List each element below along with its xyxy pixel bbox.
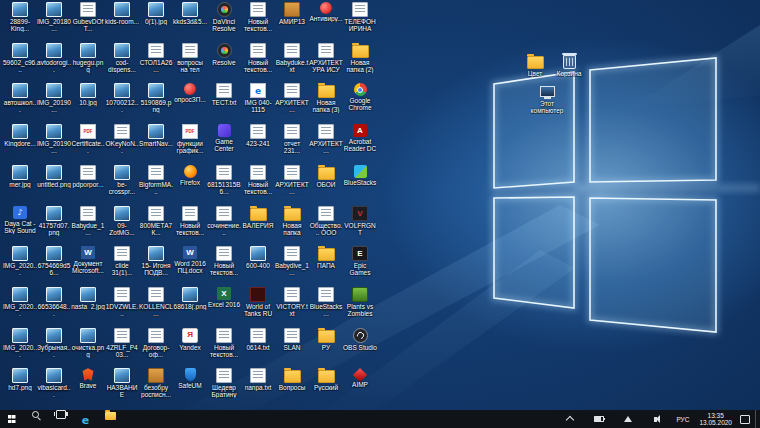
- start-button[interactable]: [0, 410, 23, 428]
- desktop-icon[interactable]: СТОЛ1А26...: [139, 43, 173, 73]
- desktop-icon[interactable]: 0614.txt: [241, 328, 275, 351]
- desktop-icon[interactable]: VICTORY.txt: [275, 287, 309, 317]
- desktop-icon[interactable]: АРХИТЕКТ... РОССИИ 4: [275, 83, 309, 113]
- desktop-icon[interactable]: Русский: [309, 368, 343, 391]
- desktop-icon[interactable]: SmartNav...: [139, 124, 173, 147]
- desktop-icon[interactable]: Общество... ООО НПТ...: [309, 206, 343, 236]
- desktop-icon[interactable]: OBS Studio: [343, 328, 377, 351]
- desktop-icon[interactable]: АРХИТЕКТ... ОБЛАСТИ: [309, 124, 343, 154]
- wifi-button[interactable]: [615, 410, 640, 428]
- desktop-icon[interactable]: World of Tanks RU: [241, 287, 275, 317]
- desktop-icon[interactable]: Новая папка (2): [343, 43, 377, 73]
- desktop-icon[interactable]: Новый текстов...: [173, 206, 207, 236]
- desktop-icon[interactable]: untitled.png: [37, 165, 71, 188]
- desktop-icon[interactable]: Daya Cat - Sky Sound 3: [3, 206, 37, 234]
- desktop-icon[interactable]: отчет 231...: [275, 124, 309, 154]
- desktop-icon[interactable]: 5190869.png: [139, 83, 173, 113]
- desktop-icon[interactable]: Новый текстов...: [207, 328, 241, 358]
- desktop-icon[interactable]: АРХИТЕКТУРА ИСУ ОБЛ...: [309, 43, 343, 73]
- desktop-icon[interactable]: hugegu.png: [71, 43, 105, 73]
- desktop-icon[interactable]: clide 31(1)...: [105, 246, 139, 276]
- desktop-icon[interactable]: Документ Microsoft...: [71, 246, 105, 274]
- desktop-icon[interactable]: Babyduke.txt: [275, 43, 309, 73]
- desktop-icon[interactable]: 28899-King...: [3, 2, 37, 32]
- desktop-icon[interactable]: Brave: [71, 368, 105, 389]
- desktop-icon[interactable]: Excel 2016: [207, 287, 241, 308]
- chevron-up-button[interactable]: [557, 410, 582, 428]
- desktop-icon[interactable]: АМИР13: [275, 2, 309, 25]
- show-desktop-button[interactable]: [755, 410, 760, 428]
- desktop-icon[interactable]: DaVinci Resolve Pro...: [207, 2, 241, 32]
- desktop-icon[interactable]: VOLFRGNT: [343, 206, 377, 236]
- desktop-icon[interactable]: 59602_c96...: [3, 43, 37, 73]
- desktop-icon[interactable]: mer.jpg: [3, 165, 37, 188]
- desktop-icon[interactable]: IMG_20190...: [37, 124, 71, 154]
- desktop-icon[interactable]: IMG_20180...: [37, 2, 71, 32]
- desktop-icon[interactable]: IMG_20190...: [37, 83, 71, 113]
- desktop-icon[interactable]: vibasicard...: [37, 368, 71, 398]
- desktop-icon[interactable]: Babydue_1...: [71, 206, 105, 236]
- desktop-icon[interactable]: Цвет: [518, 54, 552, 77]
- desktop-icon[interactable]: hd7.png: [3, 368, 37, 391]
- desktop-icon[interactable]: 68618(.png: [173, 287, 207, 310]
- desktop-icon[interactable]: 09-ZotMG...: [105, 206, 139, 236]
- desktop-icon[interactable]: 10700212...: [105, 83, 139, 113]
- desktop-icon[interactable]: Game Center: [207, 124, 241, 152]
- desktop-icon[interactable]: pdporpor...: [71, 165, 105, 188]
- desktop-icon[interactable]: ПАПА: [309, 246, 343, 269]
- desktop-icon[interactable]: IMG 040-1115: [241, 83, 275, 113]
- desktop-icon[interactable]: SLAN: [275, 328, 309, 351]
- desktop-icon[interactable]: 15- Игоня ПОДВ...: [139, 246, 173, 276]
- desktop-icon[interactable]: опросЗП...: [173, 83, 207, 103]
- desktop-icon[interactable]: OKeyNoN...: [105, 124, 139, 154]
- desktop-icon[interactable]: AIMP: [343, 368, 377, 388]
- desktop-icon[interactable]: 0(1).jpg: [139, 2, 173, 25]
- desktop-icon[interactable]: очистка.png: [71, 328, 105, 358]
- desktop-icon[interactable]: IMG_2020...: [3, 246, 37, 276]
- desktop-icon[interactable]: РУ: [309, 328, 343, 351]
- desktop-icon[interactable]: ОБОИ: [309, 165, 343, 188]
- desktop-icon[interactable]: GubevDOfT...: [71, 2, 105, 32]
- desktop-icon[interactable]: 6754669d56...: [37, 246, 71, 276]
- desktop-icon[interactable]: Epic Games Launcher: [343, 246, 377, 276]
- desktop-icon[interactable]: SafeUM: [173, 368, 207, 389]
- desktop-icon[interactable]: be-crosspr...: [105, 165, 139, 195]
- desktop-icon[interactable]: avtodorogi...: [37, 43, 71, 73]
- desktop-icon[interactable]: ТЕЛЕФОН ИРИНА: [343, 2, 377, 32]
- desktop-icon[interactable]: Новый текстов...: [241, 2, 275, 32]
- desktop-icon[interactable]: Certificate...: [71, 124, 105, 154]
- desktop-icon[interactable]: Шедевр Братину: [207, 368, 241, 398]
- desktop-icon[interactable]: автошкол...: [3, 83, 37, 113]
- desktop-icon[interactable]: Yandex: [173, 328, 207, 351]
- desktop-icon[interactable]: Новая папка: [275, 206, 309, 236]
- desktop-icon[interactable]: 10.jpg: [71, 83, 105, 106]
- desktop-icon[interactable]: Word 2016 ПЦ.docx: [173, 246, 207, 274]
- desktop-icon[interactable]: 4ZRLF_P403...: [105, 328, 139, 358]
- desktop-icon[interactable]: Вопросы: [275, 368, 309, 391]
- desktop-icon[interactable]: Новая папка (3): [309, 83, 343, 113]
- desktop-icon[interactable]: BlueStacks: [343, 165, 377, 186]
- desktop-icon[interactable]: 600-400: [241, 246, 275, 269]
- battery-button[interactable]: [586, 410, 611, 428]
- clock[interactable]: 13:35 13.05.2020: [696, 412, 735, 427]
- desktop-icon[interactable]: Договор-оф...: [139, 328, 173, 358]
- language-indicator[interactable]: РУС: [673, 416, 692, 423]
- desktop-icon[interactable]: Babydive_1...: [275, 246, 309, 276]
- desktop-icon[interactable]: Новый текстов...: [207, 246, 241, 276]
- desktop-icon[interactable]: Firefox: [173, 165, 207, 186]
- desktop-icon[interactable]: сочинение...: [207, 206, 241, 236]
- desktop-icon[interactable]: IMG_2020...: [3, 328, 37, 358]
- desktop-icon[interactable]: BigformMA...: [139, 165, 173, 195]
- desktop-icon[interactable]: вопросы на тел джин: [173, 43, 207, 73]
- desktop-icon[interactable]: Этот компьютер: [530, 86, 564, 114]
- desktop-icon[interactable]: cod-dispens...: [105, 43, 139, 73]
- search-button[interactable]: [23, 410, 48, 420]
- desktop-icon[interactable]: Resolve: [207, 43, 241, 66]
- desktop-icon[interactable]: nanpa.txt: [241, 368, 275, 391]
- desktop-icon[interactable]: функции график...: [173, 124, 207, 154]
- desktop-icon[interactable]: Новый текстов...: [241, 43, 275, 73]
- desktop-icon[interactable]: АРХИТЕКТ... НОВГОРОД: [275, 165, 309, 195]
- desktop-icon[interactable]: 66536648...: [37, 287, 71, 317]
- desktop-icon[interactable]: безобру росписн...: [139, 368, 173, 398]
- desktop-icon[interactable]: 41757d07.png: [37, 206, 71, 236]
